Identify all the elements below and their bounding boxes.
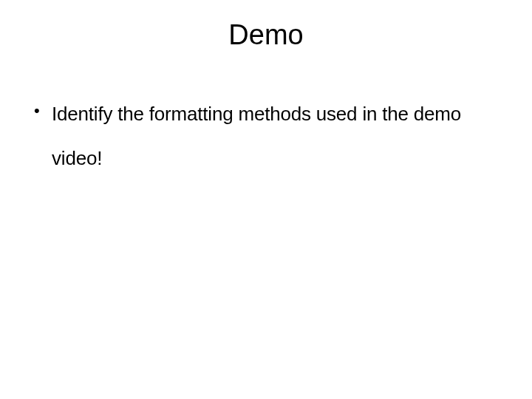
slide-title: Demo bbox=[22, 19, 510, 51]
bullet-list: Identify the formatting methods used in … bbox=[22, 92, 510, 181]
bullet-text: Identify the formatting methods used in … bbox=[52, 103, 461, 169]
list-item: Identify the formatting methods used in … bbox=[31, 92, 510, 181]
slide: Demo Identify the formatting methods use… bbox=[0, 0, 532, 399]
